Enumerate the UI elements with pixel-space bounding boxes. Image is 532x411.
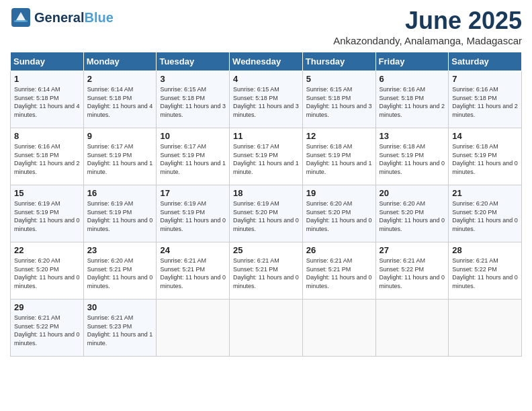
- calendar-cell: 19 Sunrise: 6:20 AM Sunset: 5:20 PM Dayl…: [302, 185, 375, 242]
- calendar-cell: 30 Sunrise: 6:21 AM Sunset: 5:23 PM Dayl…: [83, 300, 157, 357]
- sunrise-time: 6:16 AM: [476, 86, 498, 93]
- sunset-label: Sunset:: [14, 152, 36, 158]
- calendar-cell: 7 Sunrise: 6:16 AM Sunset: 5:18 PM Dayli…: [449, 71, 522, 128]
- daylight-label: Daylight:: [233, 274, 259, 281]
- sunset-time: 5:19 PM: [182, 209, 205, 216]
- sunrise-label: Sunrise:: [87, 257, 112, 264]
- week-row-2: 8 Sunrise: 6:16 AM Sunset: 5:18 PM Dayli…: [11, 128, 522, 185]
- day-info: Sunrise: 6:20 AM Sunset: 5:20 PM Dayligh…: [14, 257, 80, 290]
- sunrise-time: 6:17 AM: [184, 143, 206, 150]
- sunset-label: Sunset:: [14, 95, 36, 101]
- week-row-4: 22 Sunrise: 6:20 AM Sunset: 5:20 PM Dayl…: [11, 242, 522, 300]
- calendar-cell: 28 Sunrise: 6:21 AM Sunset: 5:22 PM Dayl…: [449, 242, 522, 300]
- day-number: 29: [14, 302, 80, 312]
- sunrise-label: Sunrise:: [233, 86, 257, 93]
- sunset-time: 5:19 PM: [402, 152, 425, 158]
- sunset-label: Sunset:: [306, 209, 328, 216]
- sunrise-time: 6:21 AM: [38, 314, 60, 321]
- calendar-cell: 6 Sunrise: 6:16 AM Sunset: 5:18 PM Dayli…: [375, 71, 449, 128]
- sunrise-label: Sunrise:: [452, 86, 476, 93]
- sunrise-label: Sunrise:: [380, 143, 404, 150]
- day-info: Sunrise: 6:15 AM Sunset: 5:18 PM Dayligh…: [160, 85, 226, 119]
- day-info: Sunrise: 6:18 AM Sunset: 5:19 PM Dayligh…: [306, 142, 372, 176]
- daylight-label: Daylight:: [380, 160, 405, 167]
- calendar-cell: 1 Sunrise: 6:14 AM Sunset: 5:18 PM Dayli…: [11, 71, 84, 128]
- daylight-label: Daylight:: [233, 160, 259, 167]
- sunset-label: Sunset:: [380, 95, 402, 101]
- sunset-time: 5:20 PM: [474, 209, 497, 216]
- sunset-label: Sunset:: [233, 152, 255, 158]
- sunrise-time: 6:21 AM: [184, 257, 206, 264]
- calendar-cell: 5 Sunrise: 6:15 AM Sunset: 5:18 PM Dayli…: [302, 71, 375, 128]
- sunrise-label: Sunrise:: [380, 86, 404, 93]
- sunrise-label: Sunrise:: [14, 257, 38, 264]
- day-info: Sunrise: 6:21 AM Sunset: 5:21 PM Dayligh…: [306, 257, 372, 290]
- column-header-sunday: Sunday: [11, 52, 84, 71]
- daylight-label: Daylight:: [87, 217, 113, 224]
- column-header-tuesday: Tuesday: [157, 52, 230, 71]
- sunrise-time: 6:21 AM: [476, 257, 498, 264]
- daylight-label: Daylight:: [306, 160, 332, 167]
- sunrise-time: 6:19 AM: [257, 200, 279, 207]
- day-number: 12: [306, 131, 372, 141]
- day-info: Sunrise: 6:21 AM Sunset: 5:22 PM Dayligh…: [14, 314, 80, 347]
- sunrise-time: 6:18 AM: [403, 143, 425, 150]
- sunset-time: 5:18 PM: [182, 95, 205, 101]
- day-number: 17: [160, 188, 226, 198]
- sunrise-label: Sunrise:: [233, 143, 257, 150]
- day-number: 5: [306, 74, 372, 84]
- day-number: 8: [14, 131, 80, 141]
- sunrise-time: 6:18 AM: [476, 143, 498, 150]
- day-number: 19: [306, 188, 372, 198]
- calendar-cell: 4 Sunrise: 6:15 AM Sunset: 5:18 PM Dayli…: [230, 71, 303, 128]
- daylight-label: Daylight:: [87, 274, 113, 281]
- sunrise-time: 6:19 AM: [38, 200, 60, 207]
- sunrise-label: Sunrise:: [14, 314, 38, 321]
- sunrise-label: Sunrise:: [14, 86, 38, 93]
- sunrise-label: Sunrise:: [87, 200, 112, 207]
- day-number: 1: [14, 74, 80, 84]
- sunset-label: Sunset:: [233, 209, 255, 216]
- daylight-label: Daylight:: [233, 103, 259, 109]
- day-info: Sunrise: 6:15 AM Sunset: 5:18 PM Dayligh…: [306, 85, 372, 119]
- sunset-time: 5:18 PM: [474, 95, 497, 101]
- calendar-cell: 20 Sunrise: 6:20 AM Sunset: 5:20 PM Dayl…: [375, 185, 449, 242]
- sunrise-label: Sunrise:: [160, 143, 184, 150]
- day-info: Sunrise: 6:16 AM Sunset: 5:18 PM Dayligh…: [380, 85, 445, 119]
- day-info: Sunrise: 6:17 AM Sunset: 5:19 PM Dayligh…: [233, 142, 299, 176]
- sunset-label: Sunset:: [452, 209, 474, 216]
- sunrise-label: Sunrise:: [87, 314, 112, 321]
- calendar-cell: 27 Sunrise: 6:21 AM Sunset: 5:22 PM Dayl…: [375, 242, 449, 300]
- sunrise-label: Sunrise:: [14, 200, 38, 207]
- daylight-label: Daylight:: [452, 103, 478, 109]
- sunrise-time: 6:20 AM: [403, 200, 425, 207]
- calendar-table: SundayMondayTuesdayWednesdayThursdayFrid…: [10, 52, 522, 357]
- day-number: 15: [14, 188, 80, 198]
- sunset-label: Sunset:: [380, 266, 402, 273]
- sunrise-label: Sunrise:: [160, 257, 184, 264]
- calendar-cell: [375, 300, 449, 357]
- daylight-label: Daylight:: [14, 331, 40, 338]
- calendar-cell: 11 Sunrise: 6:17 AM Sunset: 5:19 PM Dayl…: [230, 128, 303, 185]
- day-info: Sunrise: 6:14 AM Sunset: 5:18 PM Dayligh…: [14, 85, 80, 119]
- sunset-label: Sunset:: [87, 266, 109, 273]
- sunset-time: 5:18 PM: [109, 95, 132, 101]
- calendar-cell: 2 Sunrise: 6:14 AM Sunset: 5:18 PM Dayli…: [83, 71, 157, 128]
- calendar-title: June 2025: [333, 7, 522, 35]
- day-info: Sunrise: 6:21 AM Sunset: 5:23 PM Dayligh…: [87, 314, 153, 347]
- calendar-cell: 18 Sunrise: 6:19 AM Sunset: 5:20 PM Dayl…: [230, 185, 303, 242]
- day-number: 26: [306, 245, 372, 255]
- sunset-time: 5:21 PM: [182, 266, 205, 273]
- daylight-label: Daylight:: [380, 103, 405, 109]
- daylight-label: Daylight:: [87, 331, 113, 338]
- day-number: 22: [14, 245, 80, 255]
- sunset-label: Sunset:: [306, 95, 328, 101]
- day-info: Sunrise: 6:20 AM Sunset: 5:20 PM Dayligh…: [452, 199, 518, 233]
- calendar-cell: [230, 300, 303, 357]
- sunset-time: 5:18 PM: [402, 95, 425, 101]
- calendar-cell: 12 Sunrise: 6:18 AM Sunset: 5:19 PM Dayl…: [302, 128, 375, 185]
- column-header-friday: Friday: [375, 52, 449, 71]
- day-number: 2: [87, 74, 153, 84]
- sunset-label: Sunset:: [233, 266, 255, 273]
- calendar-cell: 13 Sunrise: 6:18 AM Sunset: 5:19 PM Dayl…: [375, 128, 449, 185]
